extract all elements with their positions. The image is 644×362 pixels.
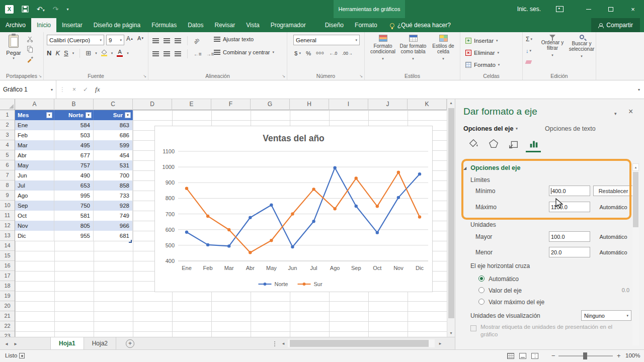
fill-color-icon[interactable]: [101, 50, 107, 56]
formula-bar-splitter[interactable]: ⋮: [59, 86, 65, 93]
column-header-d[interactable]: D: [133, 99, 172, 110]
excel-app-icon[interactable]: X: [5, 5, 14, 14]
redo-icon[interactable]: ↷: [53, 6, 59, 13]
enter-formula-icon[interactable]: ✓: [83, 86, 88, 93]
cell-B2[interactable]: 584: [54, 120, 94, 130]
fill-line-icon[interactable]: [466, 137, 480, 150]
cell-B10[interactable]: 750: [54, 201, 94, 211]
name-box[interactable]: Gráfico 1▾: [0, 80, 56, 99]
customize-qat-icon[interactable]: ▾: [66, 7, 68, 12]
radio-automatic[interactable]: [478, 276, 485, 282]
cell-C2[interactable]: 863: [94, 120, 133, 130]
pane-tab-axis-options[interactable]: Opciones del eje▾: [463, 125, 518, 132]
select-all-corner[interactable]: [0, 99, 15, 110]
copy-icon[interactable]: [26, 46, 34, 53]
cell-B4[interactable]: 495: [54, 140, 94, 150]
zoom-in-icon[interactable]: +: [617, 352, 621, 359]
pane-close-icon[interactable]: ×: [628, 107, 633, 116]
cell-C9[interactable]: 733: [94, 191, 133, 201]
tell-me-box[interactable]: ¿Qué desea hacer?: [390, 18, 451, 32]
sheet-nav-right-icon[interactable]: ▸: [11, 337, 20, 350]
sheet-tab-hoja1[interactable]: Hoja1: [50, 337, 84, 350]
cell-C4[interactable]: 599: [94, 140, 133, 150]
major-auto-button[interactable]: Automático: [593, 231, 633, 242]
embedded-chart[interactable]: 40050060070080090010001100EneFebMarAbrMa…: [154, 126, 433, 292]
cell-A6[interactable]: May: [15, 160, 54, 170]
find-select-button[interactable]: Buscar y seleccionar ▾: [568, 35, 595, 59]
cell-B11[interactable]: 581: [54, 211, 94, 221]
decrease-font-icon[interactable]: A▼: [137, 35, 144, 41]
table-header-norte[interactable]: Norte▾: [54, 110, 94, 120]
font-dialog-launcher-icon[interactable]: ↘: [143, 74, 146, 78]
row-header-9[interactable]: 9: [0, 191, 15, 201]
ribbon-tab-formato[interactable]: Formato: [349, 18, 383, 32]
ribbon-tab-inicio[interactable]: Inicio: [31, 18, 56, 32]
cell-A8[interactable]: Jul: [15, 180, 54, 191]
cell-C5[interactable]: 454: [94, 150, 133, 160]
sign-in-link[interactable]: Inic. ses.: [517, 6, 541, 13]
vertical-scrollbar[interactable]: ▴ ▾: [447, 99, 455, 337]
pane-menu-icon[interactable]: ▾: [614, 111, 617, 116]
row-header-14[interactable]: 14: [0, 241, 15, 251]
ribbon-tab-revisar[interactable]: Revisar: [209, 18, 241, 32]
alignment-dialog-launcher-icon[interactable]: ↘: [282, 74, 285, 78]
row-header-10[interactable]: 10: [0, 201, 15, 211]
number-format-combo[interactable]: General▾: [293, 35, 360, 45]
ribbon-tab-diseno-de-pagina[interactable]: Diseño de página: [88, 18, 146, 32]
column-header-h[interactable]: H: [290, 99, 329, 110]
row-header-8[interactable]: 8: [0, 180, 15, 191]
cut-icon[interactable]: [26, 36, 34, 43]
ribbon-tab-archivo[interactable]: Archivo: [0, 18, 31, 32]
cell-B5[interactable]: 677: [54, 150, 94, 160]
scroll-up-icon[interactable]: ▴: [447, 99, 455, 107]
orientation-icon[interactable]: ab: [193, 37, 201, 45]
axis-options-section-header[interactable]: ◢ Opciones del eje: [463, 164, 521, 171]
filter-icon-mes[interactable]: ▾: [46, 112, 52, 118]
pane-scrollbar[interactable]: ▴: [632, 163, 639, 345]
ribbon-tab-datos[interactable]: Datos: [182, 18, 209, 32]
italic-button[interactable]: K: [55, 49, 60, 57]
font-name-combo[interactable]: Calibri (Cuerpo)▾: [47, 35, 104, 45]
delete-cells-button[interactable]: × Eliminar▾: [465, 48, 499, 58]
column-header-g[interactable]: G: [251, 99, 290, 110]
table-header-mes[interactable]: Mes▾: [15, 110, 54, 120]
vertical-scroll-thumb[interactable]: [448, 108, 454, 318]
cell-A4[interactable]: Mar: [15, 140, 54, 150]
wrap-text-button[interactable]: Ajustar texto: [214, 36, 254, 42]
cell-B3[interactable]: 503: [54, 130, 94, 140]
increase-font-icon[interactable]: A▲: [126, 35, 133, 42]
cell-C12[interactable]: 966: [94, 221, 133, 231]
cell-A3[interactable]: Feb: [15, 130, 54, 140]
align-center-icon[interactable]: [164, 51, 170, 57]
cell-A10[interactable]: Sep: [15, 201, 54, 211]
radio-automatic-label[interactable]: Automático: [489, 276, 519, 283]
autosum-button[interactable]: Σ▾: [526, 36, 532, 43]
ribbon-tab-programador[interactable]: Programador: [265, 18, 311, 32]
share-button[interactable]: Compartir: [591, 18, 640, 32]
pane-scroll-thumb[interactable]: [633, 172, 638, 227]
paste-button[interactable]: Pegar ▾: [3, 35, 25, 60]
table-resize-handle[interactable]: [129, 240, 132, 243]
percent-format-icon[interactable]: %: [306, 50, 311, 56]
minor-input[interactable]: 20.0: [549, 247, 590, 257]
ribbon-tab-insertar[interactable]: Insertar: [56, 18, 88, 32]
cell-C6[interactable]: 531: [94, 160, 133, 170]
table-header-sur[interactable]: Sur▾: [94, 110, 133, 120]
cell-B7[interactable]: 490: [54, 170, 94, 180]
sheet-nav-left-icon[interactable]: ◂: [2, 337, 11, 350]
row-header-18[interactable]: 18: [0, 281, 15, 291]
row-header-22[interactable]: 22: [0, 321, 15, 331]
column-header-b[interactable]: B: [54, 99, 94, 110]
row-header-6[interactable]: 6: [0, 160, 15, 170]
record-macro-icon[interactable]: [19, 353, 25, 358]
column-header-e[interactable]: E: [172, 99, 211, 110]
expand-formula-bar-icon[interactable]: ▾: [638, 87, 640, 92]
cell-A5[interactable]: Abr: [15, 150, 54, 160]
hscroll-left-icon[interactable]: ◂: [280, 339, 287, 347]
cell-A11[interactable]: Oct: [15, 211, 54, 221]
underline-button[interactable]: S: [64, 49, 68, 57]
cell-C8[interactable]: 858: [94, 180, 133, 191]
row-header-4[interactable]: 4: [0, 140, 15, 150]
ribbon-display-options-icon[interactable]: [556, 6, 564, 12]
decrease-decimal-icon[interactable]: ←.0: [330, 51, 338, 56]
